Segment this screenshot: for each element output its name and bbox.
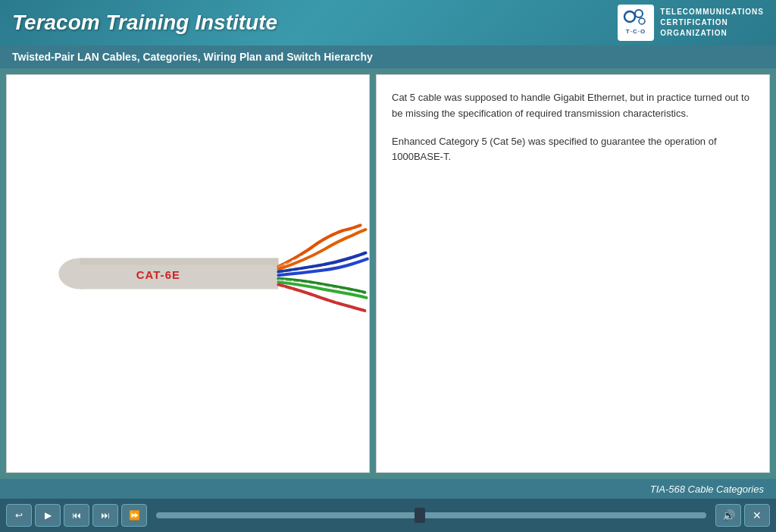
caption-bar: TIA-568 Cable Categories — [0, 479, 776, 499]
cable-illustration: CAT-6E — [7, 75, 369, 472]
subtitle-bar: Twisted-Pair LAN Cables, Categories, Wir… — [0, 45, 776, 68]
svg-text:CAT-6E: CAT-6E — [136, 269, 180, 281]
org-line3: ORGANIZATION — [660, 28, 727, 39]
close-icon: ✕ — [753, 509, 762, 521]
svg-rect-7 — [80, 258, 279, 265]
volume-button[interactable]: 🔊 — [715, 504, 741, 527]
next-icon: ⏭ — [101, 510, 110, 521]
fast-forward-button[interactable]: ⏩ — [121, 504, 147, 527]
subtitle-text: Twisted-Pair LAN Cables, Categories, Wir… — [12, 51, 373, 63]
app-title: Teracom Training Institute — [12, 11, 277, 35]
back-icon: ↩ — [15, 510, 23, 521]
progress-bar[interactable] — [156, 512, 706, 518]
prev-icon: ⏮ — [72, 510, 81, 521]
svg-text:T·C·O: T·C·O — [626, 28, 646, 35]
fast-forward-icon: ⏩ — [129, 510, 140, 521]
logo-area: T·C·O TELECOMMUNICATIONS CERTIFICATION O… — [618, 5, 764, 41]
main-content: CAT-6E Cat 5 cable was supposed to handl… — [0, 68, 776, 479]
close-button[interactable]: ✕ — [744, 504, 770, 527]
controls-bar: ↩ ▶ ⏮ ⏭ ⏩ 🔊 ✕ — [0, 499, 776, 532]
next-button[interactable]: ⏭ — [92, 504, 118, 527]
org-line2: CERTIFICATION — [660, 17, 728, 28]
org-line1: TELECOMMUNICATIONS — [660, 7, 764, 17]
play-button[interactable]: ▶ — [35, 504, 61, 527]
back-button[interactable]: ↩ — [6, 504, 32, 527]
progress-thumb[interactable] — [415, 508, 425, 523]
org-text: TELECOMMUNICATIONS CERTIFICATION ORGANIZ… — [660, 7, 764, 39]
right-panel: Cat 5 cable was supposed to handle Gigab… — [376, 74, 770, 473]
header: Teracom Training Institute T·C·O TELECOM… — [0, 0, 776, 45]
volume-icon: 🔊 — [722, 509, 735, 521]
content-paragraph2: Enhanced Category 5 (Cat 5e) was specifi… — [392, 134, 754, 166]
play-icon: ▶ — [45, 510, 52, 521]
left-panel: CAT-6E — [6, 74, 370, 473]
caption-text: TIA-568 Cable Categories — [650, 483, 764, 495]
tco-logo: T·C·O — [618, 5, 654, 41]
content-paragraph1: Cat 5 cable was supposed to handle Gigab… — [392, 90, 754, 122]
prev-button[interactable]: ⏮ — [64, 504, 89, 527]
